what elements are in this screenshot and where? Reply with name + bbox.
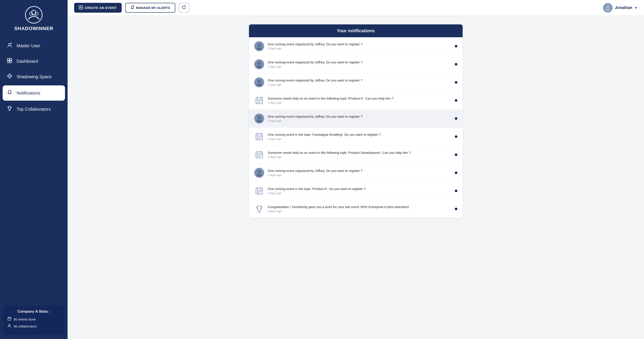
notif-dot-2 bbox=[455, 63, 458, 66]
notif-text-6: One coming event in the topic 'Campagne … bbox=[268, 133, 451, 136]
notif-content-1: One coming event organized by Joffrey. D… bbox=[268, 42, 451, 50]
svg-rect-42 bbox=[257, 102, 258, 103]
notif-avatar-8 bbox=[254, 168, 264, 178]
svg-rect-40 bbox=[259, 100, 260, 101]
notif-text-10: Congratulation ! Somebody gave you a poi… bbox=[268, 205, 451, 209]
sidebar-item-label-shadowing-space: Shadowing Space bbox=[16, 74, 52, 79]
notification-item-6[interactable]: One coming event in the topic 'Campagne … bbox=[249, 128, 462, 146]
notif-content-6: One coming event in the topic 'Campagne … bbox=[268, 133, 451, 141]
notif-calendar-icon-6 bbox=[254, 132, 264, 142]
notification-item-7[interactable]: Someone needs help on an event in the fo… bbox=[249, 146, 462, 164]
svg-rect-7 bbox=[10, 61, 12, 63]
notif-content-4: Someone needs help on an event in the fo… bbox=[268, 96, 451, 104]
svg-rect-76 bbox=[259, 192, 260, 193]
stats-collaborators-label: 36 collaborators bbox=[14, 325, 37, 328]
notif-time-2: 2 days ago bbox=[268, 65, 451, 68]
stats-collaborators-row: 36 collaborators bbox=[8, 324, 60, 329]
notification-item-10[interactable]: Congratulation ! Somebody gave you a poi… bbox=[249, 200, 462, 218]
svg-rect-64 bbox=[259, 156, 260, 157]
topbar-username: Jonathan bbox=[615, 5, 632, 10]
topbar: CREATE AN EVENT MANAGE MY ALERTS bbox=[68, 0, 644, 16]
sidebar-item-dashboard[interactable]: Dashboard bbox=[0, 54, 68, 69]
notif-dot-9 bbox=[455, 190, 458, 192]
notif-text-4: Someone needs help on an event in the fo… bbox=[268, 96, 451, 100]
sidebar-item-notifications[interactable]: Notifications bbox=[2, 85, 65, 101]
svg-rect-75 bbox=[257, 192, 258, 193]
notif-dot-8 bbox=[455, 171, 458, 174]
notif-calendar-icon-4 bbox=[254, 95, 264, 105]
sidebar-item-shadowing-space[interactable]: Shadowing Space bbox=[0, 69, 68, 84]
stats-calendar-icon bbox=[8, 317, 11, 322]
notification-item-3[interactable]: One coming event organized by Joffrey. D… bbox=[249, 73, 462, 91]
notif-content-9: One coming event in the topic 'Product K… bbox=[268, 187, 451, 195]
notif-text-9: One coming event in the topic 'Product K… bbox=[268, 187, 451, 191]
user-avatar bbox=[603, 3, 612, 13]
notif-text-7: Someone needs help on an event in the fo… bbox=[268, 151, 451, 154]
notif-time-1: 2 days ago bbox=[268, 47, 451, 50]
svg-rect-52 bbox=[259, 137, 260, 137]
notif-time-3: 2 days ago bbox=[268, 83, 451, 86]
svg-rect-63 bbox=[257, 156, 258, 157]
notifications-panel: Your notifications One coming event orga… bbox=[249, 24, 462, 218]
sidebar-item-master-user[interactable]: Master User bbox=[0, 38, 68, 54]
create-event-button[interactable]: CREATE AN EVENT bbox=[74, 3, 122, 13]
create-event-label: CREATE AN EVENT bbox=[84, 6, 117, 9]
sidebar-item-label-top-collaborators: Top Collaborators bbox=[16, 107, 51, 112]
svg-point-8 bbox=[8, 75, 11, 77]
notif-calendar-icon-9 bbox=[254, 186, 264, 196]
notif-dot-3 bbox=[455, 81, 458, 84]
sidebar-logo: SHADOWINNER bbox=[0, 0, 68, 36]
svg-rect-54 bbox=[257, 138, 258, 139]
notification-item-9[interactable]: One coming event in the topic 'Product K… bbox=[249, 182, 462, 200]
svg-point-25 bbox=[606, 9, 610, 11]
notification-item-8[interactable]: One coming event organized by Joffrey. D… bbox=[249, 164, 462, 182]
create-icon bbox=[79, 5, 83, 10]
notif-trophy-icon-10 bbox=[254, 204, 264, 214]
sidebar-item-label-master-user: Master User bbox=[16, 43, 40, 48]
notif-avatar-3 bbox=[254, 77, 264, 87]
notif-text-8: One coming event organized by Joffrey. D… bbox=[268, 169, 451, 173]
stats-events-label: 30 events done bbox=[14, 318, 36, 321]
notif-content-10: Congratulation ! Somebody gave you a poi… bbox=[268, 205, 451, 213]
svg-rect-6 bbox=[8, 61, 9, 63]
notif-text-2: One coming event organized by Joffrey. D… bbox=[268, 60, 451, 64]
svg-point-33 bbox=[258, 80, 261, 83]
svg-rect-60 bbox=[257, 155, 258, 156]
svg-point-19 bbox=[9, 325, 10, 326]
notif-dot-10 bbox=[455, 208, 458, 210]
svg-rect-61 bbox=[259, 155, 260, 156]
chevron-down-icon: ▼ bbox=[634, 6, 638, 9]
manage-alerts-button[interactable]: MANAGE MY ALERTS bbox=[125, 3, 176, 13]
svg-rect-41 bbox=[260, 100, 262, 101]
notif-avatar-5 bbox=[254, 113, 264, 123]
svg-rect-53 bbox=[260, 137, 262, 137]
alerts-bell-icon bbox=[130, 5, 134, 10]
sidebar-item-top-collaborators[interactable]: Top Collaborators bbox=[0, 101, 68, 117]
notif-content-2: One coming event organized by Joffrey. D… bbox=[268, 60, 451, 68]
notif-time-7: 3 days ago bbox=[268, 155, 451, 159]
notif-content-5: One coming event organized by Joffrey. D… bbox=[268, 115, 451, 122]
sidebar-item-label-dashboard: Dashboard bbox=[16, 59, 38, 64]
svg-point-24 bbox=[606, 6, 609, 8]
svg-rect-74 bbox=[260, 191, 262, 192]
notification-item-4[interactable]: Someone needs help on an event in the fo… bbox=[249, 91, 462, 110]
manage-alerts-label: MANAGE MY ALERTS bbox=[136, 6, 170, 9]
svg-point-27 bbox=[258, 43, 261, 47]
svg-rect-43 bbox=[259, 102, 260, 103]
refresh-icon bbox=[182, 5, 186, 10]
trophy-icon bbox=[6, 106, 13, 112]
stats-collaborators-icon bbox=[8, 324, 11, 329]
svg-rect-5 bbox=[10, 58, 12, 60]
notification-item-2[interactable]: One coming event organized by Joffrey. D… bbox=[249, 55, 462, 73]
refresh-button[interactable] bbox=[179, 3, 189, 13]
notif-time-5: 2 days ago bbox=[268, 119, 451, 122]
logo-icon bbox=[25, 6, 42, 23]
svg-rect-15 bbox=[8, 318, 11, 320]
notification-item-5[interactable]: One coming event organized by Joffrey. D… bbox=[249, 110, 462, 128]
notif-dot-7 bbox=[455, 153, 458, 156]
sidebar-stats: Company A Stats : 30 events done 36 coll… bbox=[3, 306, 64, 335]
topbar-left: CREATE AN EVENT MANAGE MY ALERTS bbox=[74, 3, 189, 13]
svg-point-3 bbox=[8, 43, 11, 45]
topbar-user[interactable]: Jonathan ▼ bbox=[603, 3, 638, 13]
notification-item-1[interactable]: One coming event organized by Joffrey. D… bbox=[249, 37, 462, 55]
